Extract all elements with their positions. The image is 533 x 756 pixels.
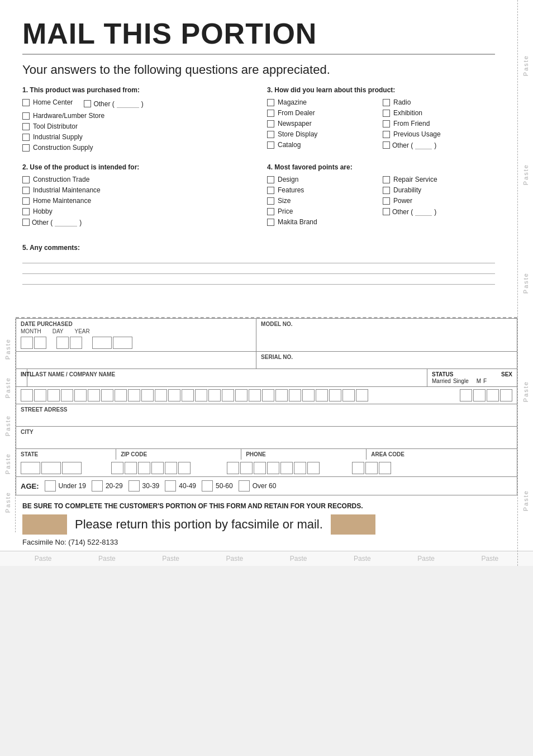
q4-cb-repair[interactable] xyxy=(383,176,390,183)
name-box-12[interactable] xyxy=(168,389,180,401)
zip-box-2[interactable] xyxy=(125,462,137,474)
name-box-21[interactable] xyxy=(289,389,301,401)
q3-cb-radio[interactable] xyxy=(383,99,390,106)
q4-cb-size[interactable] xyxy=(267,197,274,205)
q1-other-input[interactable] xyxy=(117,100,139,108)
name-box-19[interactable] xyxy=(262,389,274,401)
age-cb-under19[interactable] xyxy=(45,480,56,492)
area-box-3[interactable] xyxy=(379,462,391,474)
q1-cb-home-center[interactable] xyxy=(22,99,30,106)
phone-box-1[interactable] xyxy=(227,462,239,474)
q3-cb-dealer[interactable] xyxy=(267,110,274,117)
year-box-2[interactable] xyxy=(113,337,132,349)
m-box[interactable] xyxy=(487,389,499,401)
q4-cb-design[interactable] xyxy=(267,176,274,183)
q3-cb-catalog[interactable] xyxy=(267,141,274,149)
zip-box-4[interactable] xyxy=(151,462,164,474)
q4-cb-makita[interactable] xyxy=(267,219,274,226)
q4-cb-other[interactable] xyxy=(383,208,390,215)
day-box-2[interactable] xyxy=(70,337,82,349)
q2-cb-industrial-maint[interactable] xyxy=(22,187,30,194)
q2-other-input[interactable] xyxy=(55,218,77,226)
q4-cb-features[interactable] xyxy=(267,187,274,194)
zip-box-1[interactable] xyxy=(111,462,123,474)
name-box-11[interactable] xyxy=(155,389,167,401)
q2-cb-hobby[interactable] xyxy=(22,208,30,215)
age-cb-40-49[interactable] xyxy=(165,480,176,492)
married-box[interactable] xyxy=(460,389,472,401)
q3-cb-store-display[interactable] xyxy=(267,131,274,138)
name-box-14[interactable] xyxy=(195,389,207,401)
name-box-2[interactable] xyxy=(34,389,46,401)
zip-box-6[interactable] xyxy=(178,462,191,474)
q3-cb-prev-usage[interactable] xyxy=(383,131,390,138)
phone-box-2[interactable] xyxy=(240,462,253,474)
comment-line-3[interactable] xyxy=(22,284,495,285)
name-box-6[interactable] xyxy=(88,389,100,401)
name-box-17[interactable] xyxy=(235,389,248,401)
name-box-18[interactable] xyxy=(249,389,261,401)
phone-box-5[interactable] xyxy=(280,462,293,474)
state-box-3[interactable] xyxy=(62,462,82,474)
q3-cb-magazine[interactable] xyxy=(267,99,274,106)
q4-cb-power[interactable] xyxy=(383,197,390,205)
q1-cb-other[interactable] xyxy=(84,100,91,107)
name-box-1[interactable] xyxy=(21,389,33,401)
zip-box-5[interactable] xyxy=(165,462,177,474)
q4-cb-price[interactable] xyxy=(267,208,274,215)
q1-cb-industrial[interactable] xyxy=(22,134,30,141)
q2-cb-other[interactable] xyxy=(22,219,30,226)
age-cb-30-39[interactable] xyxy=(129,480,140,492)
q4-cb-durability[interactable] xyxy=(383,187,390,194)
f-box[interactable] xyxy=(500,389,512,401)
name-box-5[interactable] xyxy=(74,389,87,401)
month-box-2[interactable] xyxy=(34,337,46,349)
q3-cb-other[interactable] xyxy=(383,141,390,149)
street-input[interactable] xyxy=(21,413,512,424)
zip-box-3[interactable] xyxy=(138,462,150,474)
q1-cb-hardware[interactable] xyxy=(22,112,30,120)
comment-line-1[interactable] xyxy=(22,263,495,263)
name-box-3[interactable] xyxy=(47,389,60,401)
area-box-2[interactable] xyxy=(365,462,378,474)
state-box-1[interactable] xyxy=(21,462,40,474)
name-box-25[interactable] xyxy=(342,389,355,401)
name-box-16[interactable] xyxy=(222,389,234,401)
name-box-4[interactable] xyxy=(61,389,73,401)
comment-line-2[interactable] xyxy=(22,273,495,274)
age-cb-50-60[interactable] xyxy=(202,480,213,492)
q3-cb-friend[interactable] xyxy=(383,120,390,127)
q3-cb-newspaper[interactable] xyxy=(267,120,274,127)
phone-box-3[interactable] xyxy=(254,462,266,474)
name-box-24[interactable] xyxy=(329,389,341,401)
q1-cb-tool-dist[interactable] xyxy=(22,123,30,130)
phone-box-7[interactable] xyxy=(307,462,320,474)
name-box-8[interactable] xyxy=(115,389,127,401)
name-box-13[interactable] xyxy=(182,389,194,401)
age-cb-over60[interactable] xyxy=(239,480,250,492)
single-box[interactable] xyxy=(473,389,486,401)
name-box-9[interactable] xyxy=(128,389,140,401)
name-box-7[interactable] xyxy=(101,389,113,401)
q2-cb-construction-trade[interactable] xyxy=(22,176,30,183)
name-box-20[interactable] xyxy=(275,389,288,401)
name-box-22[interactable] xyxy=(302,389,315,401)
q1-cb-construction[interactable] xyxy=(22,144,30,152)
q3-cb-exhibition[interactable] xyxy=(383,110,390,117)
name-box-23[interactable] xyxy=(316,389,328,401)
name-box-15[interactable] xyxy=(208,389,221,401)
name-box-26[interactable] xyxy=(356,389,368,401)
month-box-1[interactable] xyxy=(21,337,33,349)
phone-box-6[interactable] xyxy=(294,462,306,474)
q3-other-input[interactable] xyxy=(415,141,432,149)
area-box-1[interactable] xyxy=(352,462,364,474)
age-cb-20-29[interactable] xyxy=(92,480,103,492)
state-box-2[interactable] xyxy=(41,462,61,474)
q2-cb-home-maint[interactable] xyxy=(22,197,30,205)
day-box-1[interactable] xyxy=(56,337,69,349)
year-box-1[interactable] xyxy=(92,337,112,349)
city-input[interactable] xyxy=(21,435,512,446)
name-box-10[interactable] xyxy=(141,389,154,401)
phone-box-4[interactable] xyxy=(267,462,279,474)
q4-other-input[interactable] xyxy=(415,207,432,216)
